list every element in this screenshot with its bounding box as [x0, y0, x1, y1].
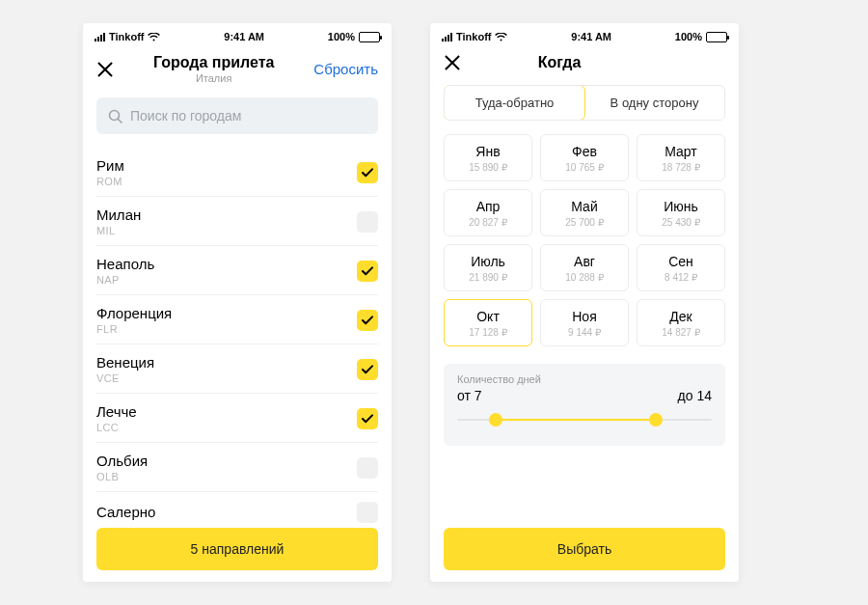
month-price: 10 765 ₽	[541, 162, 628, 173]
segment-oneway[interactable]: В одну сторону	[584, 86, 724, 120]
select-button[interactable]: Выбрать	[444, 528, 725, 570]
status-bar: Tinkoff 9:41 AM 100%	[83, 27, 392, 46]
city-code: OLB	[96, 471, 148, 482]
city-name: Милан	[96, 206, 141, 223]
close-icon[interactable]	[444, 54, 461, 71]
svg-line-1	[118, 119, 122, 123]
battery-icon	[706, 32, 727, 42]
phone-cities: Tinkoff 9:41 AM 100% Города прилета Итал…	[83, 23, 392, 582]
reset-button[interactable]: Сбросить	[313, 61, 378, 77]
month-cell[interactable]: Май25 700 ₽	[540, 189, 629, 236]
month-cell[interactable]: Март18 728 ₽	[637, 134, 725, 181]
city-row[interactable]: ВенецияVCE	[96, 344, 378, 394]
month-name: Сен	[637, 254, 724, 269]
slider-to-value: до 14	[678, 388, 712, 403]
slider-track[interactable]	[457, 413, 712, 426]
city-code: LCC	[96, 422, 137, 433]
status-bar: Tinkoff 9:41 AM 100%	[430, 27, 739, 46]
city-checkbox[interactable]	[357, 310, 378, 331]
city-row[interactable]: ЛеччеLCC	[96, 394, 378, 443]
month-price: 10 288 ₽	[541, 272, 628, 283]
trip-type-segment: Туда-обратноВ одну сторону	[444, 85, 725, 121]
month-price: 9 144 ₽	[541, 327, 628, 338]
slider-label: Количество дней	[457, 373, 712, 385]
apply-button[interactable]: 5 направлений	[96, 528, 378, 570]
month-name: Авг	[541, 254, 628, 269]
month-name: Июнь	[637, 199, 724, 214]
city-checkbox[interactable]	[357, 211, 378, 233]
month-cell[interactable]: Авг10 288 ₽	[540, 244, 629, 291]
city-row[interactable]: ОльбияOLB	[96, 443, 378, 492]
battery-percent: 100%	[328, 31, 355, 42]
month-cell[interactable]: Дек14 827 ₽	[637, 299, 725, 346]
status-time: 9:41 AM	[224, 31, 264, 42]
city-name: Салерно	[96, 504, 155, 520]
city-checkbox[interactable]	[357, 162, 378, 183]
month-price: 17 128 ₽	[445, 327, 531, 338]
battery-percent: 100%	[675, 31, 702, 42]
city-list: РимROMМиланMILНеапольNAPФлоренцияFLRВене…	[96, 148, 378, 582]
month-price: 20 827 ₽	[445, 217, 531, 228]
month-cell[interactable]: Апр20 827 ₽	[444, 189, 532, 236]
month-price: 14 827 ₽	[637, 327, 724, 338]
slider-from-value: от 7	[457, 388, 482, 403]
slider-thumb-to[interactable]	[649, 413, 663, 426]
status-time: 9:41 AM	[571, 31, 611, 42]
navbar: Когда	[430, 46, 739, 77]
month-cell[interactable]: Июль21 890 ₽	[444, 244, 532, 291]
city-name: Венеция	[96, 354, 154, 371]
month-cell[interactable]: Янв15 890 ₽	[444, 134, 532, 181]
city-name: Ольбия	[96, 453, 148, 469]
city-code: MIL	[96, 225, 141, 236]
slider-thumb-from[interactable]	[489, 413, 502, 426]
city-row[interactable]: НеапольNAP	[96, 246, 378, 295]
page-subtitle: Италия	[114, 72, 313, 84]
city-checkbox[interactable]	[357, 261, 378, 282]
city-row[interactable]: РимROM	[96, 148, 378, 197]
city-checkbox[interactable]	[357, 457, 378, 479]
city-code: ROM	[96, 176, 124, 187]
carrier-label: Tinkoff	[109, 31, 144, 42]
month-name: Июль	[445, 254, 531, 269]
wifi-icon	[495, 33, 507, 41]
signal-bars-icon	[95, 33, 105, 41]
city-code: VCE	[96, 372, 154, 384]
city-row[interactable]: МиланMIL	[96, 197, 378, 246]
month-name: Апр	[445, 199, 531, 214]
month-name: Окт	[445, 309, 531, 324]
search-box[interactable]	[96, 97, 378, 134]
page-title: Города прилета	[114, 54, 313, 71]
carrier-label: Tinkoff	[456, 31, 491, 42]
month-price: 8 412 ₽	[637, 272, 724, 283]
month-cell[interactable]: Фев10 765 ₽	[540, 134, 629, 181]
phone-when: Tinkoff 9:41 AM 100% Когда Туда-обратноВ…	[430, 23, 739, 582]
month-cell[interactable]: Окт17 128 ₽	[444, 299, 532, 346]
month-price: 25 700 ₽	[541, 217, 628, 228]
month-name: Фев	[541, 144, 628, 159]
wifi-icon	[148, 33, 160, 41]
search-icon	[108, 109, 122, 124]
city-checkbox[interactable]	[357, 502, 378, 523]
city-checkbox[interactable]	[357, 359, 378, 380]
month-price: 25 430 ₽	[637, 217, 724, 228]
signal-bars-icon	[442, 33, 452, 41]
month-cell[interactable]: Июнь25 430 ₽	[637, 189, 725, 236]
city-code: NAP	[96, 274, 154, 286]
city-name: Лечче	[96, 403, 137, 420]
city-name: Рим	[96, 157, 124, 174]
month-price: 18 728 ₽	[637, 162, 724, 173]
search-input[interactable]	[130, 108, 366, 124]
city-row[interactable]: ФлоренцияFLR	[96, 295, 378, 344]
city-name: Флоренция	[96, 305, 172, 321]
month-cell[interactable]: Сен8 412 ₽	[637, 244, 725, 291]
city-row[interactable]: Салерно	[96, 492, 378, 532]
month-name: Ноя	[541, 309, 628, 324]
month-name: Дек	[637, 309, 724, 324]
month-grid: Янв15 890 ₽Фев10 765 ₽Март18 728 ₽Апр20 …	[444, 134, 725, 346]
city-checkbox[interactable]	[357, 408, 378, 429]
page-title: Когда	[461, 54, 658, 71]
month-cell[interactable]: Ноя9 144 ₽	[540, 299, 629, 346]
close-icon[interactable]	[96, 61, 114, 78]
month-price: 15 890 ₽	[445, 162, 531, 173]
segment-roundtrip[interactable]: Туда-обратно	[444, 85, 585, 121]
